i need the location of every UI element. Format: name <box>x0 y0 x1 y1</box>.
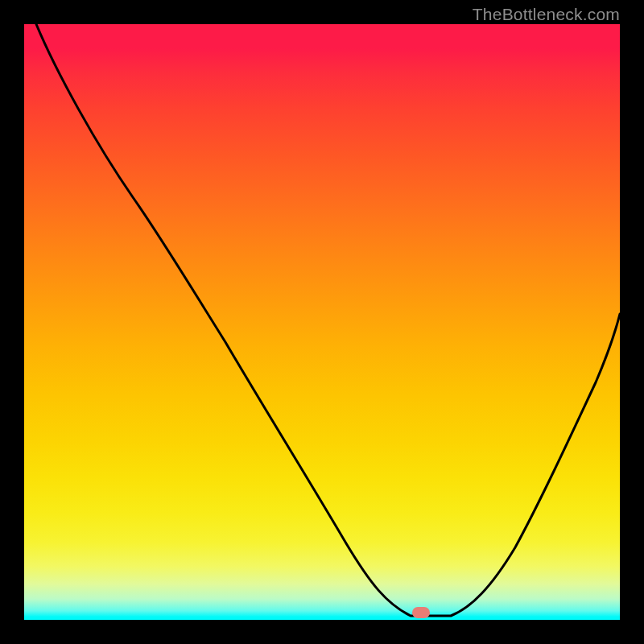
plot-area <box>24 24 620 620</box>
chart-container: TheBottleneck.com <box>0 0 644 644</box>
optimal-marker <box>412 607 430 618</box>
bottleneck-curve <box>36 24 620 616</box>
watermark-text: TheBottleneck.com <box>473 5 620 24</box>
curve-svg <box>24 24 620 620</box>
